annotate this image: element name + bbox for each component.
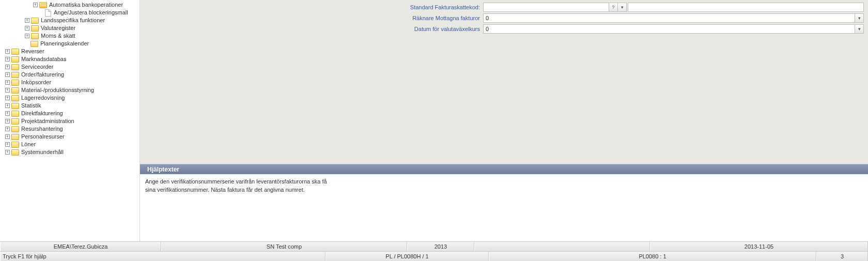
form-area: Standard Fakturaskattekod: ? ▾ Räknare M… — [140, 0, 868, 164]
expand-icon[interactable]: + — [5, 96, 10, 100]
help-panel-body: Ange den verifikationsnummerserie varifr… — [140, 174, 868, 241]
tree-node[interactable]: + Landsspecifika funktioner — [2, 17, 137, 24]
status-number: 3 — [816, 252, 868, 261]
tree-node[interactable]: +Reverser — [2, 48, 137, 55]
tree-node[interactable]: + Valutaregister — [2, 24, 137, 32]
expand-icon[interactable]: + — [5, 65, 10, 69]
tree-label: Ange/Justera blockeringsmall — [53, 9, 128, 17]
tree-label: Personalresurser — [20, 133, 65, 141]
status-bar-2: Tryck F1 för hjälp PL / PL0080H / 1 PL00… — [0, 251, 868, 261]
tree-label: Moms & skatt — [40, 32, 75, 40]
expand-icon[interactable]: + — [5, 88, 10, 93]
dropdown-button[interactable]: ▾ — [855, 24, 864, 34]
folder-icon — [31, 18, 39, 24]
tree-node[interactable]: +Lagerredovisning — [2, 94, 137, 102]
status-program: PL / PL0080H / 1 — [326, 252, 489, 261]
expand-icon[interactable]: + — [5, 49, 10, 54]
tree-label: Systemunderhåll — [20, 148, 64, 156]
expand-icon[interactable]: + — [5, 127, 10, 131]
expand-icon[interactable]: + — [5, 72, 10, 77]
tree-node[interactable]: +Löner — [2, 141, 137, 148]
file-icon — [45, 9, 51, 17]
datum-valutavaxelkurs-input[interactable] — [483, 24, 855, 34]
status-bar-1: EMEA\Terez.Gubicza SN Test comp 2013 201… — [0, 241, 868, 251]
expand-icon[interactable]: + — [33, 3, 38, 7]
form-row-datum-valutavaxelkurs: Datum för valutaväxelkurs ▾ — [140, 24, 864, 34]
tree-label: Statistik — [20, 102, 41, 110]
tree-node[interactable]: +Inköpsorder — [2, 79, 137, 86]
field-label: Standard Fakturaskattekod: — [140, 4, 483, 10]
folder-icon — [31, 33, 39, 39]
tree-label: Automatiska bankoperationer — [48, 1, 123, 9]
tree-label: Inköpsorder — [20, 79, 51, 86]
tree-node[interactable]: Ange/Justera blockeringsmall — [2, 9, 137, 17]
expand-icon[interactable]: + — [25, 18, 29, 23]
help-text-line: Ange den verifikationsnummerserie varifr… — [145, 177, 863, 186]
tree-node[interactable]: +Resurshantering — [2, 125, 137, 133]
expand-icon[interactable]: + — [5, 119, 10, 124]
folder-icon — [11, 103, 19, 109]
folder-icon — [11, 56, 19, 63]
tree-label: Direktfakturering — [20, 110, 63, 117]
status-company: SN Test comp — [161, 242, 407, 251]
tree-label: Resurshantering — [20, 125, 63, 133]
expand-icon[interactable]: + — [5, 103, 10, 108]
folder-icon — [11, 118, 19, 125]
dropdown-button[interactable]: ▾ — [618, 3, 627, 12]
tree-node[interactable]: +Serviceorder — [2, 63, 137, 71]
folder-icon — [11, 87, 19, 94]
lookup-button[interactable]: ? — [609, 3, 618, 12]
status-date: 2013-11-05 — [650, 242, 868, 251]
folder-icon — [11, 149, 19, 156]
folder-icon — [11, 49, 19, 55]
status-hint: Tryck F1 för hjälp — [0, 252, 326, 261]
expand-icon[interactable]: + — [5, 150, 10, 155]
tree-node[interactable]: +Personalresurser — [2, 133, 137, 141]
folder-icon — [11, 134, 19, 140]
tree-label: Material-/produktionsstyrning — [20, 86, 94, 94]
help-panel-header: Hjälptexter — [140, 164, 868, 174]
tree-label: Reverser — [20, 48, 44, 55]
tree-node[interactable]: +Direktfakturering — [2, 110, 137, 117]
tree-node[interactable]: +Statistik — [2, 102, 137, 110]
tree-label: Lagerredovisning — [20, 94, 65, 102]
tree-node[interactable]: +Projektadministration — [2, 117, 137, 125]
tree-node[interactable]: +Material-/produktionsstyrning — [2, 86, 137, 94]
tree-label: Valutaregister — [40, 24, 75, 32]
form-row-standard-fakturaskattekod: Standard Fakturaskattekod: ? ▾ — [140, 2, 864, 12]
folder-icon — [11, 111, 19, 117]
folder-icon — [11, 64, 19, 70]
folder-icon — [11, 126, 19, 132]
tree-node[interactable]: +Systemunderhåll — [2, 148, 137, 156]
folder-icon — [11, 80, 19, 86]
folder-icon — [11, 72, 19, 78]
field-label: Räknare Mottagna fakturor — [140, 15, 483, 21]
status-year: 2013 — [407, 242, 474, 251]
folder-icon — [31, 25, 39, 32]
status-blank — [474, 242, 650, 251]
folder-icon — [11, 142, 19, 148]
expand-icon[interactable]: + — [5, 142, 10, 147]
tree-node[interactable]: Planeringskalender — [2, 40, 137, 48]
tree-label: Serviceorder — [20, 63, 53, 71]
dropdown-button[interactable]: ▾ — [855, 13, 864, 23]
tree-node[interactable]: +Order/fakturering — [2, 71, 137, 79]
form-row-raknare-mottagna-fakturor: Räknare Mottagna fakturor ▾ — [140, 13, 864, 23]
expand-icon[interactable]: + — [25, 34, 29, 38]
expand-icon[interactable]: + — [5, 80, 10, 85]
expand-icon[interactable]: + — [5, 134, 10, 139]
standard-fakturaskattekod-input[interactable] — [483, 3, 609, 12]
main-panel: Standard Fakturaskattekod: ? ▾ Räknare M… — [140, 0, 868, 241]
tree-node[interactable]: + Automatiska bankoperationer — [2, 1, 137, 9]
standard-fakturaskattekod-desc-input[interactable] — [628, 3, 864, 12]
expand-icon[interactable]: + — [5, 111, 10, 116]
tree-label: Landsspecifika funktioner — [40, 17, 105, 24]
folder-icon — [11, 95, 19, 101]
tree-node[interactable]: + Moms & skatt — [2, 32, 137, 40]
field-label: Datum för valutaväxelkurs — [140, 26, 483, 32]
raknare-mottagna-fakturor-input[interactable] — [483, 13, 855, 23]
expand-icon[interactable]: + — [25, 26, 29, 30]
expand-icon[interactable]: + — [5, 57, 10, 62]
tree-node[interactable]: +Marknadsdatabas — [2, 55, 137, 63]
help-text-line: sina verifikationsnummer. Nästa faktura … — [145, 186, 863, 194]
